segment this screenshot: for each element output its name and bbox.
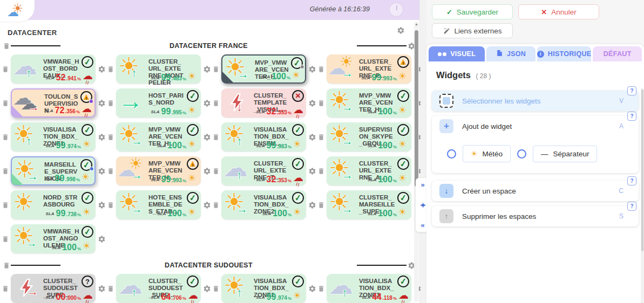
delete-widget-icon[interactable] xyxy=(212,99,220,107)
widget-card[interactable]: ☀→VMWARE_HOST_ANGOULEME✓SLA100%☀ xyxy=(11,224,96,253)
board-settings-icon[interactable] xyxy=(396,26,405,35)
delete-widget-icon[interactable] xyxy=(1,235,10,243)
widget-settings-icon[interactable] xyxy=(97,167,106,175)
delete-widget-icon[interactable] xyxy=(317,133,326,141)
create-space-button[interactable]: ↓ Créer un espace C ? xyxy=(432,181,639,201)
widget-card[interactable]: ☀→HOTE_ENSEMBLE_DES_ETAB...✓SLA100%☀ xyxy=(116,190,201,219)
widget-card[interactable]: ☀→MARSEILLE_SUPERVISION✓SLA99.998%☀ xyxy=(11,156,96,185)
help-button[interactable]: ? xyxy=(627,112,636,121)
radio-meteo[interactable] xyxy=(447,149,456,159)
help-button[interactable]: ? xyxy=(627,176,636,185)
widget-card[interactable]: ☀☁→MVP_VMWARE_VCENTER_H...▲!SLA99.993%☀ xyxy=(116,156,201,185)
widget-card[interactable]: ☁↑CLUSTER_SUDOUEST_SUPE...✓SLA64.706%☁|| xyxy=(116,274,201,303)
delete-widget-icon[interactable] xyxy=(317,167,326,175)
widget-card[interactable]: ↓CLUSTER_TEMPLATE_VISUAL...×SLA32.353%☁|… xyxy=(221,88,306,118)
delete-widget-icon[interactable] xyxy=(212,133,220,141)
delete-widget-icon[interactable] xyxy=(212,285,220,293)
widget-card[interactable]: ☁↑VMWARE_HOST_BORDEAUX...✓SLA52.941%☁|| xyxy=(11,54,96,84)
widget-card[interactable]: ☀☁→CLUSTER_URL_EXTERNE_P...▲!SLA99.993%☀ xyxy=(327,54,411,84)
scroll-up-icon[interactable]: ▲ xyxy=(415,22,418,26)
widget-settings-icon[interactable] xyxy=(307,133,317,141)
widget-card[interactable]: ☀↑VISUALISATION_BDX_ZONE1✓SLA99.974%☀ xyxy=(11,122,96,152)
radio-separateur[interactable] xyxy=(517,149,526,159)
widget-settings-icon[interactable] xyxy=(97,285,106,293)
widget-settings-icon[interactable] xyxy=(202,167,212,175)
widget-card[interactable]: ☁☁→TOULON_SUPERVISION▲!SLA72.356%☁|| xyxy=(11,88,96,118)
delete-widget-icon[interactable] xyxy=(106,285,115,293)
panel-scrollbar[interactable] xyxy=(641,88,644,303)
tab-json[interactable]: JSON xyxy=(486,46,535,61)
widget-card[interactable]: ☀→MVP_VMWARE_VCENTER_H...✓SLA100%☀ xyxy=(221,54,306,84)
delete-widget-icon[interactable] xyxy=(212,201,220,209)
widget-card[interactable]: →HOST_PARIS_NORD✓SLA99.995%☀ xyxy=(116,88,201,118)
widget-settings-icon[interactable] xyxy=(202,133,212,141)
widget-card[interactable]: ☀→MVP_VMWARE_VCENTER_H...✓SLA100%☀ xyxy=(327,88,411,118)
app-logo[interactable]: ☀ ☁ xyxy=(0,0,35,22)
widget-type-separateur[interactable]: — Séparateur xyxy=(533,146,597,162)
delete-widget-icon[interactable] xyxy=(317,285,326,293)
delete-widget-icon[interactable] xyxy=(1,99,10,107)
external-links-button[interactable]: Liens externes xyxy=(432,23,513,38)
widget-settings-icon[interactable] xyxy=(202,99,212,107)
widget-type-meteo[interactable]: ☀ Météo xyxy=(463,145,511,162)
widget-card[interactable]: ☀NORD_STRASBOURG✓SLA99.738%☀ xyxy=(11,190,96,219)
cancel-button[interactable]: ✕ Annuler xyxy=(518,4,599,19)
main-scrollbar-thumb[interactable] xyxy=(415,30,418,187)
delete-widget-icon[interactable] xyxy=(1,65,10,73)
widget-card[interactable]: ☀→CLUSTER_MARSEILLE_SUPE...✓SLA100%☀ xyxy=(327,190,411,219)
delete-widget-icon[interactable] xyxy=(106,65,115,73)
widget-card[interactable]: ☀→CLUSTER_URL_EXTERNE_A...✓SLA100%☀ xyxy=(327,156,411,185)
tab-defaut[interactable]: DÉFAUT xyxy=(593,46,642,61)
delete-widget-icon[interactable] xyxy=(106,99,115,107)
help-button[interactable]: ? xyxy=(627,86,636,95)
delete-section-icon[interactable] xyxy=(2,42,11,50)
delete-widget-icon[interactable] xyxy=(1,285,10,293)
widget-card[interactable]: ☁↑VISUALISATION_BDX_ZONE3✓SLA44.118%☁|| xyxy=(327,274,411,303)
main-scrollbar[interactable]: ▲ xyxy=(414,22,419,302)
expand-panel-icon[interactable]: « xyxy=(421,222,424,229)
widget-settings-icon[interactable] xyxy=(97,235,106,243)
widget-card[interactable]: →CLUSTER_SUDOUEST_SUPE...?SLA00.000%☁|| xyxy=(11,274,96,303)
tab-historique[interactable]: i HISTORIQUE xyxy=(537,46,592,61)
delete-widget-icon[interactable] xyxy=(106,133,115,141)
tab-visuel[interactable]: VISUEL xyxy=(429,46,485,61)
delete-widget-icon[interactable] xyxy=(1,133,10,141)
widget-card[interactable]: ☀↑VISUALISATION_BDX_ENSEM...✓SLA99.983%☀ xyxy=(221,122,306,152)
widget-card[interactable]: ☀↑VISUALISATION_BDX_ZONE1✓SLA99.974%☀ xyxy=(221,274,306,303)
delete-widget-icon[interactable] xyxy=(106,167,115,175)
widget-settings-icon[interactable] xyxy=(307,167,317,175)
widget-settings-icon[interactable] xyxy=(202,65,212,73)
widget-settings-icon[interactable] xyxy=(202,201,212,209)
widget-card[interactable]: ☁↑CLUSTER_URL_EXTERNE_T...✓SLA32.353%☁|| xyxy=(221,156,306,185)
delete-widget-icon[interactable] xyxy=(317,65,326,73)
delete-spaces-button[interactable]: ↑ Supprimer les espaces S ? xyxy=(432,206,639,226)
delete-widget-icon[interactable] xyxy=(106,201,115,209)
delete-widget-icon[interactable] xyxy=(1,201,10,209)
widget-card[interactable]: ☀↑CLUSTER_URL_EXTERNE_MONTPELIERSLA99.48… xyxy=(116,54,201,84)
help-button[interactable]: ? xyxy=(627,202,636,211)
collapse-panel-icon[interactable]: » xyxy=(421,181,424,188)
widget-card[interactable]: ☀→MVP_VMWARE_VCENTER_H...✓SLA100%☀ xyxy=(116,122,201,152)
delete-widget-icon[interactable] xyxy=(317,201,326,209)
panel-scrollbar-thumb[interactable] xyxy=(641,89,643,251)
widget-settings-icon[interactable] xyxy=(97,201,106,209)
widget-settings-icon[interactable] xyxy=(307,201,317,209)
widget-card[interactable]: ☀→VISUALISATION_BDX_ZONE2✓SLA100%☀ xyxy=(221,190,306,219)
widget-settings-icon[interactable] xyxy=(97,99,106,107)
widget-settings-icon[interactable] xyxy=(307,65,317,73)
widget-settings-icon[interactable] xyxy=(307,285,317,293)
delete-widget-icon[interactable] xyxy=(317,99,326,107)
delete-section-icon[interactable] xyxy=(2,261,11,270)
widget-settings-icon[interactable] xyxy=(202,285,212,293)
save-button[interactable]: ✓ Sauvegarder xyxy=(432,4,513,19)
widget-settings-icon[interactable] xyxy=(307,99,317,107)
add-widget-button[interactable]: + Ajout de widget A ? xyxy=(432,116,639,136)
delete-widget-icon[interactable] xyxy=(212,65,220,73)
delete-widget-icon[interactable] xyxy=(212,167,220,175)
widget-settings-icon[interactable] xyxy=(97,65,106,73)
select-widgets-button[interactable]: Sélectionner les widgets V ? xyxy=(432,91,639,111)
widget-settings-icon[interactable] xyxy=(97,133,106,141)
widget-card[interactable]: ☀→SUPERVISION_SKYPE_GROU...✓SLA100%☀ xyxy=(327,122,411,152)
delete-widget-icon[interactable] xyxy=(1,167,10,175)
resize-panel-icon[interactable]: ◂|▸ xyxy=(421,203,425,208)
